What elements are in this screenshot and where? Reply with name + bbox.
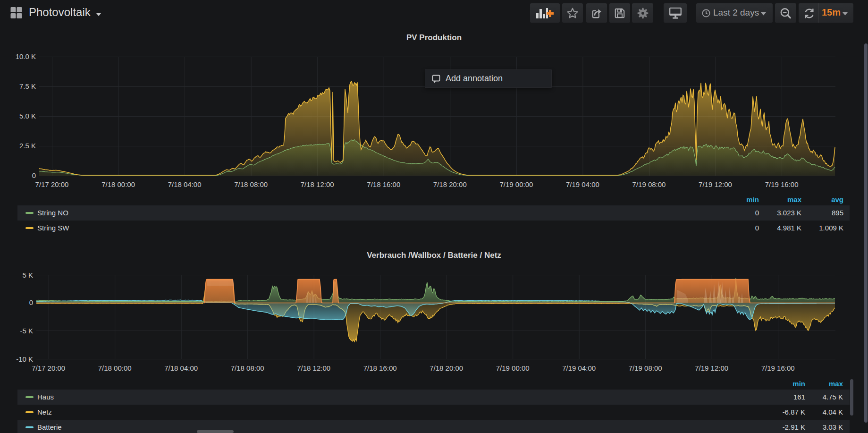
svg-text:7/18 08:00: 7/18 08:00 bbox=[234, 180, 268, 188]
svg-text:7/17 20:00: 7/17 20:00 bbox=[35, 180, 69, 188]
svg-text:7/18 16:00: 7/18 16:00 bbox=[363, 364, 397, 372]
svg-text:7/19 08:00: 7/19 08:00 bbox=[632, 180, 666, 188]
svg-text:7/18 16:00: 7/18 16:00 bbox=[367, 180, 400, 188]
svg-text:5.0 K: 5.0 K bbox=[19, 112, 36, 120]
svg-text:7/18 04:00: 7/18 04:00 bbox=[168, 180, 202, 188]
svg-text:7/19 16:00: 7/19 16:00 bbox=[761, 364, 795, 372]
svg-text:7/19 04:00: 7/19 04:00 bbox=[562, 364, 596, 372]
svg-text:7/18 04:00: 7/18 04:00 bbox=[164, 364, 198, 372]
svg-text:0: 0 bbox=[32, 171, 36, 179]
svg-text:7/19 00:00: 7/19 00:00 bbox=[499, 180, 533, 188]
svg-text:7/19 00:00: 7/19 00:00 bbox=[496, 364, 530, 372]
svg-text:7.5 K: 7.5 K bbox=[19, 82, 36, 90]
svg-text:7/18 08:00: 7/18 08:00 bbox=[231, 364, 264, 372]
svg-text:10.0 K: 10.0 K bbox=[16, 52, 36, 60]
svg-text:-5 K: -5 K bbox=[20, 327, 33, 335]
svg-text:0: 0 bbox=[29, 298, 33, 306]
svg-text:7/18 12:00: 7/18 12:00 bbox=[297, 364, 330, 372]
svg-text:7/19 12:00: 7/19 12:00 bbox=[699, 180, 732, 188]
svg-text:7/17 20:00: 7/17 20:00 bbox=[32, 364, 65, 372]
svg-text:7/19 08:00: 7/19 08:00 bbox=[629, 364, 662, 372]
svg-text:7/19 12:00: 7/19 12:00 bbox=[695, 364, 728, 372]
svg-text:7/18 20:00: 7/18 20:00 bbox=[433, 180, 467, 188]
svg-text:-10 K: -10 K bbox=[16, 355, 33, 363]
svg-text:7/18 00:00: 7/18 00:00 bbox=[101, 180, 135, 188]
svg-text:7/18 12:00: 7/18 12:00 bbox=[301, 180, 334, 188]
svg-text:5 K: 5 K bbox=[22, 271, 33, 279]
svg-text:7/19 04:00: 7/19 04:00 bbox=[566, 180, 599, 188]
svg-text:7/19 16:00: 7/19 16:00 bbox=[765, 180, 799, 188]
svg-text:7/18 20:00: 7/18 20:00 bbox=[430, 364, 463, 372]
svg-text:2.5 K: 2.5 K bbox=[19, 142, 36, 150]
svg-text:7/18 00:00: 7/18 00:00 bbox=[98, 364, 132, 372]
